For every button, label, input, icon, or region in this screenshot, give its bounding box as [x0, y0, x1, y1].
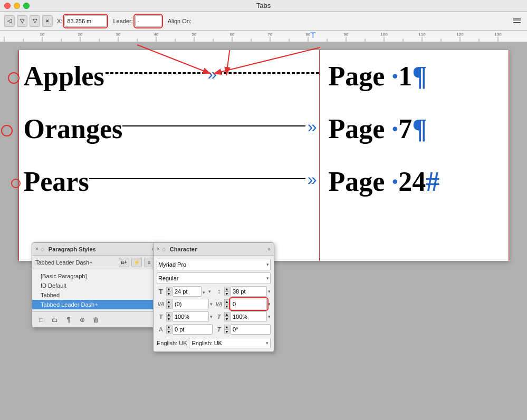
baseline-down[interactable]: ▼ — [166, 329, 171, 334]
font-size-down[interactable]: ▼ — [166, 291, 171, 296]
apples-page: Page ·1¶ — [329, 61, 427, 92]
char-title-left: × ◇ Character — [157, 246, 197, 252]
tracking-up[interactable]: ▲ — [224, 299, 229, 304]
skew-group: T ▲ ▼ — [215, 324, 271, 335]
kerning-up[interactable]: ▲ — [166, 299, 171, 304]
maximize-button[interactable] — [23, 3, 30, 9]
para-link-btn[interactable]: ⊕ — [78, 315, 87, 325]
font-family-wrap: Myriad Pro — [157, 259, 271, 270]
para-new-group-btn[interactable]: □ — [36, 315, 46, 325]
font-style-wrap: Regular — [157, 272, 271, 284]
x-input[interactable] — [64, 15, 107, 27]
minimize-button[interactable] — [14, 3, 20, 9]
paragraph-styles-expand-icon[interactable]: ◇ — [41, 247, 44, 252]
font-size-input[interactable] — [173, 286, 202, 297]
paragraph-style-basic[interactable]: [Basic Paragraph] — [32, 271, 158, 281]
font-style-select[interactable]: Regular — [157, 272, 271, 284]
toolbar-menu-button[interactable] — [511, 15, 523, 27]
row-apples-left: Apples » — [18, 61, 319, 92]
vscale-stepper[interactable]: ▲ ▼ — [224, 312, 229, 321]
character-panel-close[interactable]: × — [157, 246, 160, 252]
hscale-stepper[interactable]: ▲ ▼ — [166, 312, 171, 321]
language-label: English: UK — [157, 340, 187, 346]
annotation-circle-pears — [11, 179, 21, 188]
paragraph-styles-panel: × ◇ Paragraph Styles » Tabbed Leader Das… — [32, 242, 158, 328]
character-expand-icon[interactable]: ◇ — [162, 247, 166, 252]
scale-row: T ▲ ▼ ▾ T ▲ ▼ ▾ — [157, 311, 271, 322]
tab-down-button[interactable]: ▽ — [17, 15, 27, 27]
kerning-dropdown-icon: ▾ — [210, 301, 213, 307]
hscale-up[interactable]: ▲ — [166, 312, 171, 317]
tracking-down[interactable]: ▼ — [224, 304, 229, 309]
apples-leader-dashes — [106, 72, 206, 74]
skew-up[interactable]: ▲ — [224, 325, 229, 329]
apples-dot: · — [391, 61, 398, 91]
hscale-input[interactable] — [173, 311, 209, 322]
vscale-input[interactable] — [231, 311, 267, 322]
paragraph-styles-titlebar: × ◇ Paragraph Styles » — [32, 243, 158, 256]
tab-left-button[interactable]: ◁ — [4, 15, 15, 27]
para-delete-btn[interactable]: 🗑 — [91, 315, 101, 325]
close-button[interactable] — [4, 3, 11, 9]
language-row: English: UK English: UK — [157, 338, 271, 348]
row-oranges-left: Oranges » — [18, 113, 319, 144]
vscale-group: T ▲ ▼ ▾ — [215, 311, 271, 322]
paragraph-style-id-default[interactable]: ID Default — [32, 281, 158, 290]
leading-stepper[interactable]: ▲ ▼ — [224, 287, 229, 296]
paragraph-style-tabbed[interactable]: Tabbed — [32, 290, 158, 300]
kerning-icon: VA — [157, 301, 165, 307]
skew-icon: T — [215, 326, 223, 333]
para-para-btn[interactable]: ¶ — [64, 315, 73, 325]
leading-up[interactable]: ▲ — [224, 287, 229, 291]
leading-down[interactable]: ▼ — [224, 291, 229, 296]
pears-text: Pears — [24, 166, 89, 197]
paragraph-styles-flash-btn[interactable]: ⚡ — [131, 258, 142, 267]
font-size-stepper[interactable]: ▲ ▼ — [166, 287, 171, 296]
size-leading-row: T ▲ ▼ ▾ ↕ ▲ ▼ — [157, 286, 271, 297]
kerning-down[interactable]: ▼ — [166, 304, 171, 309]
tab-x-button[interactable]: ✕ — [42, 15, 53, 27]
paragraph-styles-add-btn[interactable]: a+ — [119, 258, 129, 267]
baseline-up[interactable]: ▲ — [166, 325, 171, 329]
leader-label: Leader: — [113, 18, 132, 24]
baseline-skew-row: A ▲ ▼ T ▲ ▼ — [157, 324, 271, 335]
language-select[interactable]: English: UK — [189, 338, 271, 348]
kerning-stepper[interactable]: ▲ ▼ — [166, 299, 171, 309]
vscale-up[interactable]: ▲ — [224, 312, 229, 317]
leader-field: Leader: — [113, 15, 161, 27]
font-size-up[interactable]: ▲ — [166, 287, 171, 291]
leading-icon: ↕ — [215, 288, 223, 295]
baseline-icon: A — [157, 326, 165, 333]
character-panel-titlebar: × ◇ Character » — [154, 243, 274, 256]
para-folder-btn[interactable]: 🗀 — [50, 315, 60, 325]
paragraph-styles-current: Tabbed Leader Dash+ — [35, 259, 117, 266]
row-apples: Apples » Page ·1¶ — [18, 61, 509, 92]
ruler-tab-marker[interactable]: ⊤ — [310, 32, 315, 39]
leading-input[interactable] — [231, 286, 267, 297]
oranges-tab-arrow: » — [308, 117, 317, 136]
font-size-dropdown[interactable]: ▾ — [203, 287, 213, 296]
baseline-stepper[interactable]: ▲ ▼ — [166, 325, 171, 334]
paragraph-style-tabbed-leader[interactable]: Tabbed Leader Dash+ — [32, 300, 158, 309]
paragraph-styles-toolbar: Tabbed Leader Dash+ a+ ⚡ ≡ — [32, 256, 158, 269]
paragraph-styles-close[interactable]: × — [35, 246, 39, 252]
font-family-select[interactable]: Myriad Pro — [157, 259, 271, 270]
kerning-input[interactable] — [173, 299, 209, 309]
skew-stepper[interactable]: ▲ ▼ — [224, 325, 229, 334]
leader-input[interactable] — [135, 15, 161, 27]
baseline-input[interactable] — [173, 324, 213, 335]
align-on-label: Align On: — [168, 18, 191, 24]
tab-down-alt-button[interactable]: ▽ — [30, 15, 40, 27]
row-pears-right: Page ·24# — [329, 166, 440, 197]
character-panel-expand[interactable]: » — [267, 246, 271, 252]
skew-down[interactable]: ▼ — [224, 329, 229, 334]
ruler: ⊤ — [0, 31, 527, 42]
hscale-down[interactable]: ▼ — [166, 317, 171, 321]
traffic-lights — [4, 3, 30, 9]
tracking-stepper[interactable]: ▲ ▼ — [224, 299, 229, 309]
tracking-input[interactable] — [231, 299, 267, 309]
pears-page: Page ·24# — [329, 166, 440, 197]
skew-input[interactable] — [231, 324, 271, 335]
vscale-down[interactable]: ▼ — [224, 317, 229, 321]
font-style-row: Regular — [157, 272, 271, 284]
